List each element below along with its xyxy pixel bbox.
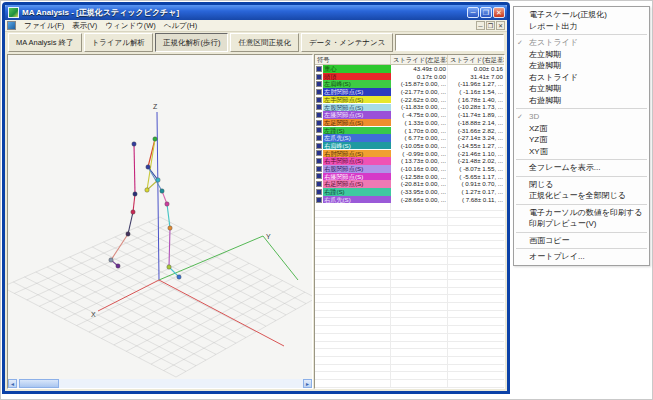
toolbar-button[interactable]: データ・メンテナンス: [301, 33, 393, 52]
context-menu-item[interactable]: 全フレームを表示...: [514, 162, 649, 174]
stride-right-value: (-14.55± 1.27, ...: [448, 142, 505, 150]
app-icon: [8, 7, 19, 18]
table-row[interactable]: 左肩峰(S)(-15.87± 0.00, ...(-11.96± 1.27, .…: [315, 80, 504, 88]
table-row[interactable]: 左踵(S)( 1.70± 0.00, ...(-31.66± 2.82, ...: [315, 127, 504, 135]
context-menu-item[interactable]: オートプレイ...: [514, 251, 649, 263]
context-menu-item[interactable]: XY面: [514, 146, 649, 158]
context-menu-item[interactable]: ✓左ストライド: [514, 37, 649, 49]
table-row[interactable]: 右踵(S)(-33.95± 0.00, ...( 1.27± 0.17, ...: [315, 188, 504, 196]
horizontal-scrollbar[interactable]: ◄ ►: [8, 379, 312, 388]
toolbar-status-strip: [395, 34, 504, 51]
stick-figure-plot[interactable]: ZYXhead-markerleft-shoulder-markerneck-m…: [8, 55, 312, 379]
marker-toggle-icon[interactable]: [316, 143, 322, 149]
table-row[interactable]: 左手関節点(S)(-22.62± 0.00, ...( 16.78± 1.40,…: [315, 96, 504, 104]
context-menu-item[interactable]: 左立脚期: [514, 49, 649, 61]
toolbar-button[interactable]: 任意区間正規化: [230, 33, 299, 52]
table-row[interactable]: 右肩峰(S)(-10.05± 0.00, ...(-14.55± 1.27, .…: [315, 142, 504, 150]
context-menu-item[interactable]: レポート出力: [514, 21, 649, 33]
context-menu-item[interactable]: 印刷プレビュー(V): [514, 218, 649, 230]
table-row[interactable]: 右肘関節点(S)( -0.99± 0.00, ...(-21.46± 1.10,…: [315, 150, 504, 158]
marker-label: 左踵(S): [323, 127, 391, 135]
context-menu-item[interactable]: 右ストライド: [514, 72, 649, 84]
menubar-item[interactable]: ヘルプ(H): [160, 21, 201, 31]
marker-label: 右手関節点(S): [323, 157, 391, 165]
table-row[interactable]: 左足関節点(S)( 1.33± 0.00, ...(-18.88± 2.14, …: [315, 119, 504, 127]
menu-separator: [516, 232, 647, 233]
stride-left-value: (-33.95± 0.00, ...: [391, 188, 448, 196]
menubar-item[interactable]: ファイル(F): [20, 21, 68, 31]
table-row[interactable]: 右膝関節点(S)(-12.58± 0.00, ...( -5.65± 1.17,…: [315, 173, 504, 181]
title-bar[interactable]: MA Analysis - [正規化スティックピクチャ] ─ ❐ ✕: [5, 5, 507, 20]
marker-toggle-icon[interactable]: [316, 135, 322, 141]
context-menu-item[interactable]: 正規化ビューを全部閉じる: [514, 190, 649, 202]
menubar-item[interactable]: 表示(V): [68, 21, 101, 31]
marker-toggle-icon[interactable]: [316, 112, 322, 118]
marker-toggle-icon[interactable]: [316, 120, 322, 126]
table-header-symbol: 符号: [315, 55, 391, 64]
context-menu-item[interactable]: 右立脚期: [514, 83, 649, 95]
marker-toggle-icon[interactable]: [316, 158, 322, 164]
context-menu-item[interactable]: 左遊脚期: [514, 60, 649, 72]
scroll-thumb[interactable]: [19, 379, 59, 388]
table-row[interactable]: 右手関節点(S)( 13.73± 0.00, ...(-21.48± 2.02,…: [315, 157, 504, 165]
table-row[interactable]: 右足関節点(S)(-20.81± 0.00, ...( 0.91± 0.70, …: [315, 180, 504, 188]
marker-label: 右肘関節点(S): [323, 150, 391, 158]
table-row[interactable]: 左股関節点(S)(-11.83± 0.00, ...(-10.28± 1.73,…: [315, 103, 504, 111]
context-menu-item[interactable]: 閉じる: [514, 179, 649, 191]
stride-right-value: ( -5.65± 1.17, ...: [448, 173, 505, 181]
mdi-restore-button[interactable]: ❐: [486, 21, 495, 30]
context-menu-item[interactable]: ✓3D: [514, 111, 649, 123]
table-row[interactable]: 左肘関節点(S)(-21.77± 0.00, ...( -1.16± 1.54,…: [315, 88, 504, 96]
marker-toggle-icon[interactable]: [316, 197, 322, 203]
toolbar-button[interactable]: MA Analysis 終了: [8, 33, 82, 52]
mdi-close-button[interactable]: ✕: [496, 21, 505, 30]
close-button[interactable]: ✕: [493, 7, 505, 18]
marker-toggle-icon[interactable]: [316, 181, 322, 187]
maximize-button[interactable]: ❐: [480, 7, 492, 18]
stride-right-value: ( 7.68± 0.11, ...: [448, 196, 505, 204]
marker-label-cell: 右股関節点(S): [315, 165, 391, 173]
menu-separator: [516, 204, 647, 205]
table-row[interactable]: 右股関節点(S)(-10.16± 0.00, ...( -8.07± 1.55,…: [315, 165, 504, 173]
context-menu-item[interactable]: 電子カーソルの数値を印刷する: [514, 207, 649, 219]
marker-toggle-icon[interactable]: [316, 97, 322, 103]
marker-toggle-icon[interactable]: [316, 173, 322, 179]
marker-toggle-icon[interactable]: [316, 81, 322, 87]
marker-toggle-icon[interactable]: [316, 104, 322, 110]
toolbar-button[interactable]: トライアル解析: [84, 33, 153, 52]
marker-toggle-icon[interactable]: [316, 166, 322, 172]
marker-toggle-icon[interactable]: [316, 150, 322, 156]
scroll-right-arrow[interactable]: ►: [303, 379, 312, 388]
marker-toggle-icon[interactable]: [316, 189, 322, 195]
table-row[interactable]: 左膝関節点(S)( -4.75± 0.00, ...(-11.74± 1.89,…: [315, 111, 504, 119]
menubar-item[interactable]: ウィンドウ(W): [101, 21, 159, 31]
context-menu-item[interactable]: XZ面: [514, 123, 649, 135]
marker-toggle-icon[interactable]: [316, 66, 322, 72]
table-row[interactable]: 左爪先(S)( 6.77± 0.00, ...(-27.14± 3.24, ..…: [315, 134, 504, 142]
toolbar-button[interactable]: 正規化解析(歩行): [155, 33, 229, 52]
table-body: 重心43.49± 0.000.00± 0.16頭頂0.17± 0.0031.41…: [315, 65, 504, 203]
marker-label-cell: 右肩峰(S): [315, 142, 391, 150]
stick-picture-3d-view[interactable]: ZYXhead-markerleft-shoulder-markerneck-m…: [7, 54, 313, 389]
checkmark-icon: ✓: [517, 111, 523, 123]
stride-right-value: (-10.28± 1.73, ...: [448, 103, 505, 111]
marker-label: 右足関節点(S): [323, 180, 391, 188]
marker-toggle-icon[interactable]: [316, 127, 322, 133]
scroll-track[interactable]: [59, 379, 303, 388]
table-row[interactable]: 重心43.49± 0.000.00± 0.16: [315, 65, 504, 73]
marker-label: 左股関節点(S): [323, 104, 391, 112]
minimize-button[interactable]: ─: [467, 7, 479, 18]
table-row[interactable]: 右爪先(S)(-28.66± 0.00, ...( 7.68± 0.11, ..…: [315, 196, 504, 204]
stride-left-value: ( 1.33± 0.00, ...: [391, 119, 448, 127]
scroll-left-arrow[interactable]: ◄: [8, 379, 17, 388]
marker-toggle-icon[interactable]: [316, 74, 322, 80]
context-menu-item[interactable]: 右遊脚期: [514, 95, 649, 107]
marker-label-cell: 重心: [315, 65, 391, 73]
context-menu-item[interactable]: YZ面: [514, 134, 649, 146]
marker-label: 頭頂: [323, 73, 391, 81]
mdi-minimize-button[interactable]: ─: [476, 21, 485, 30]
context-menu-item[interactable]: 画面コピー: [514, 235, 649, 247]
marker-toggle-icon[interactable]: [316, 89, 322, 95]
table-row[interactable]: 頭頂0.17± 0.0031.41± 7.00: [315, 73, 504, 81]
context-menu-item[interactable]: 電子スケール(正規化): [514, 9, 649, 21]
